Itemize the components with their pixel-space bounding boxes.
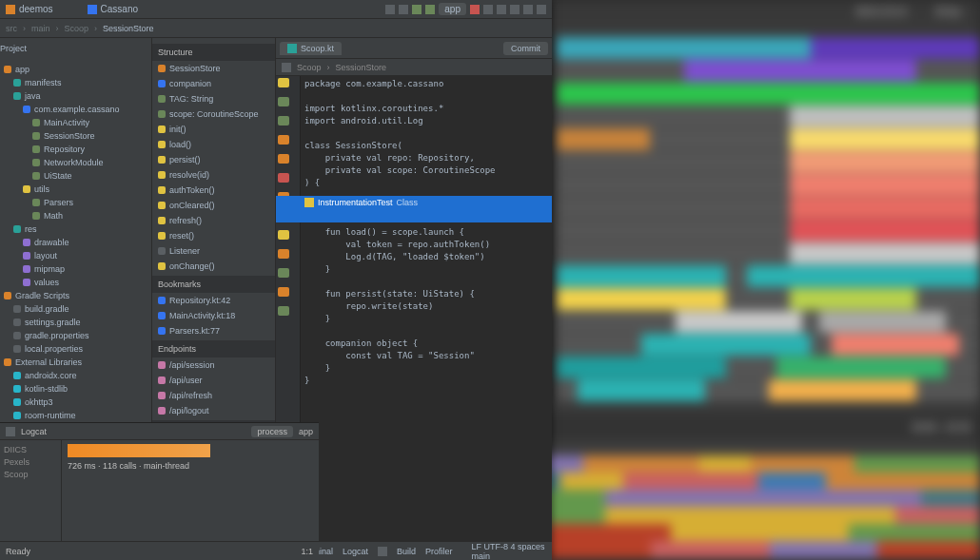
project-tree-item[interactable]: app [0, 63, 151, 76]
project-tree-item[interactable]: NetworkModule [0, 156, 151, 169]
project-tree-item[interactable]: settings.gradle [0, 316, 151, 329]
structure-item[interactable]: scope: CoroutineScope [152, 106, 275, 122]
project-tree-item[interactable]: Parsers [0, 196, 151, 209]
build-icon[interactable] [399, 5, 408, 14]
process-item[interactable]: DIICS [4, 444, 57, 456]
timeline-clip[interactable] [747, 265, 980, 287]
timeline-clip[interactable] [557, 288, 726, 310]
status-logcat[interactable]: Logcat [343, 547, 368, 556]
timeline-clip[interactable] [684, 60, 917, 82]
project-tree-item[interactable]: androidx.core [0, 369, 151, 382]
avd-icon[interactable] [497, 5, 506, 14]
timeline-clip[interactable] [769, 379, 917, 401]
timeline-clip[interactable] [790, 197, 980, 219]
structure-item[interactable]: TAG: String [152, 91, 275, 106]
project-tree-item[interactable]: manifests [0, 76, 151, 89]
gutter-marker-icon[interactable] [278, 97, 289, 106]
vcs-commit-button[interactable]: Commit [503, 42, 548, 55]
project-tree-item[interactable]: gradle.properties [0, 329, 151, 342]
gutter-marker-icon[interactable] [278, 116, 289, 126]
crumb-2[interactable]: Scoop [65, 24, 89, 33]
timeline-clip[interactable] [578, 379, 705, 401]
run-icon[interactable] [412, 5, 421, 14]
project-tree-item[interactable]: room-runtime [0, 409, 151, 422]
process-item[interactable]: Scoop [4, 469, 57, 481]
project-tree-item[interactable]: UiState [0, 169, 151, 183]
crumb-3[interactable]: SessionStore [103, 24, 154, 33]
build-status-icon[interactable] [378, 547, 387, 556]
structure-item[interactable]: reset() [152, 228, 275, 243]
structure-item[interactable]: onCleared() [152, 198, 275, 213]
project-tree-item[interactable]: com.example.cassano [0, 103, 151, 116]
structure-item[interactable]: SessionStore [152, 61, 275, 76]
editor-crumb-1[interactable]: SessionStore [336, 63, 387, 72]
structure-header[interactable]: Structure [152, 44, 275, 61]
project-tree-item[interactable]: values [0, 276, 151, 289]
project-tree-item[interactable]: build.gradle [0, 302, 151, 316]
sdk-icon[interactable] [510, 5, 519, 14]
timeline-clip[interactable] [557, 83, 790, 105]
endpoint-item[interactable]: /api/refresh [152, 388, 275, 403]
structure-item[interactable]: init() [152, 122, 275, 137]
project-tree-item[interactable]: mipmap [0, 262, 151, 276]
timeline-clip[interactable] [819, 311, 947, 333]
timeline-clip[interactable] [557, 128, 650, 150]
editor-crumb-0[interactable]: Scoop [297, 63, 322, 72]
timeline-clip[interactable] [832, 334, 959, 356]
project-tree[interactable]: appmanifestsjavacom.example.cassanoMainA… [0, 59, 151, 439]
device-icon[interactable] [385, 5, 395, 14]
gutter-marker-icon[interactable] [278, 268, 289, 278]
timeline-clip[interactable] [676, 311, 803, 333]
gutter-marker-icon[interactable] [278, 249, 289, 259]
timeline-clip[interactable] [790, 151, 980, 173]
endpoint-item[interactable]: /api/user [152, 373, 275, 388]
timeline-clip[interactable] [790, 174, 980, 196]
project-tree-item[interactable]: okhttp3 [0, 396, 151, 409]
structure-item[interactable]: authToken() [152, 183, 275, 198]
timeline-clip[interactable] [790, 288, 917, 310]
bookmark-item[interactable]: Repository.kt:42 [152, 293, 275, 308]
timeline-clip[interactable] [790, 106, 980, 127]
search-icon[interactable] [523, 5, 533, 14]
structure-item[interactable]: load() [152, 137, 275, 152]
hamburger-icon[interactable] [6, 5, 15, 14]
gutter-marker-icon[interactable] [278, 306, 289, 316]
gutter-marker-icon[interactable] [278, 135, 289, 145]
crumb-0[interactable]: src [6, 24, 17, 33]
bookmarks-header[interactable]: Bookmarks [152, 276, 275, 293]
gutter-marker-icon[interactable] [278, 230, 289, 240]
crumb-1[interactable]: main [31, 24, 50, 33]
timeline-clip[interactable] [557, 265, 726, 287]
console-tab-process[interactable]: process [251, 426, 293, 437]
structure-item[interactable]: refresh() [152, 213, 275, 228]
project-tree-item[interactable]: Gradle Scripts [0, 289, 151, 302]
structure-item[interactable]: companion [152, 76, 275, 91]
code-text[interactable]: package com.example.cassano import kotli… [304, 78, 552, 387]
project-tree-item[interactable]: java [0, 89, 151, 103]
gutter-marker-icon[interactable] [278, 287, 289, 297]
structure-item[interactable]: persist() [152, 152, 275, 167]
project-panel-header[interactable]: Project [0, 38, 151, 59]
gutter-breakpoint-icon[interactable] [278, 173, 289, 183]
structure-item[interactable]: resolve(id) [152, 167, 275, 183]
gutter-marker-icon[interactable] [278, 154, 289, 164]
timeline-clip[interactable] [557, 357, 726, 378]
structure-item[interactable]: Listener [152, 243, 275, 259]
settings-icon[interactable] [537, 5, 546, 14]
project-tree-item[interactable]: Repository [0, 143, 151, 156]
project-tree-item[interactable]: drawable [0, 236, 151, 249]
project-tree-item[interactable]: utils [0, 183, 151, 196]
structure-item[interactable]: onChange() [152, 259, 275, 274]
project-tree-item[interactable]: layout [0, 249, 151, 262]
bookmark-item[interactable]: MainActivity.kt:18 [152, 308, 275, 323]
project-tree-item[interactable]: Math [0, 209, 151, 222]
editor-tab-scoop[interactable]: Scoop.kt [280, 42, 342, 55]
status-build[interactable]: Build [397, 547, 416, 556]
project-tree-item[interactable]: MainActivity [0, 116, 151, 129]
timeline-clip[interactable] [790, 128, 980, 150]
timeline-clip[interactable] [641, 334, 811, 356]
console-process-list[interactable]: DIICS Pexels Scoop [0, 440, 62, 541]
status-profiler[interactable]: Profiler [425, 547, 453, 556]
console-tab-app[interactable]: app [299, 427, 313, 436]
run-config[interactable]: app [439, 3, 466, 15]
